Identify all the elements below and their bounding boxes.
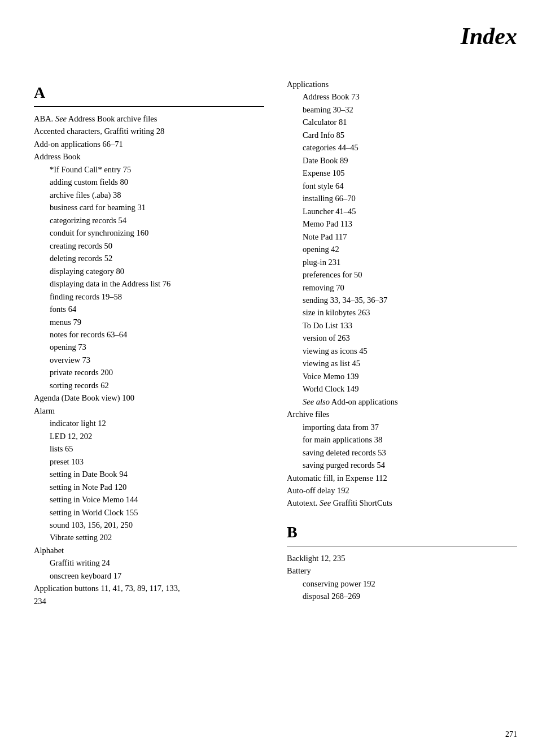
page-number: 271 [505, 730, 517, 739]
columns-wrapper: A ABA. See Address Book archive files Ac… [34, 78, 517, 607]
list-item: Archive files importing data from 37 for… [287, 408, 517, 471]
list-item: Autotext. See Graffiti ShortCuts [287, 497, 517, 509]
section-letter-a: A [34, 84, 264, 102]
sub-entries: indicator light 12 LED 12, 202 lists 65 … [34, 417, 264, 544]
list-item: ABA. See Address Book archive files [34, 112, 264, 125]
list-item: Application buttons 11, 41, 73, 89, 117,… [34, 582, 264, 607]
list-item: Agenda (Date Book view) 100 [34, 392, 264, 404]
list-item: Applications Address Book 73 beaming 30–… [287, 78, 517, 408]
divider-b [287, 546, 517, 546]
page-container: Index A ABA. See Address Book archive fi… [0, 0, 551, 756]
list-item: Add-on applications 66–71 [34, 138, 264, 150]
section-letter-b: B [287, 523, 517, 541]
list-item: Auto-off delay 192 [287, 484, 517, 497]
list-item: Accented characters, Graffiti writing 28 [34, 125, 264, 137]
sub-entries: *If Found Call* entry 75 adding custom f… [34, 163, 264, 392]
list-item: Automatic fill, in Expense 112 [287, 472, 517, 484]
list-item: Backlight 12, 235 [287, 552, 517, 564]
left-column: A ABA. See Address Book archive files Ac… [34, 78, 264, 607]
list-item: Address Book *If Found Call* entry 75 ad… [34, 150, 264, 392]
right-column: Applications Address Book 73 beaming 30–… [287, 78, 517, 603]
sub-entries: Graffiti writing 24 onscreen keyboard 17 [34, 557, 264, 582]
list-item: Battery conserving power 192 disposal 26… [287, 564, 517, 602]
sub-entries: Address Book 73 beaming 30–32 Calculator… [287, 90, 517, 408]
divider-a [34, 106, 264, 107]
sub-entries: conserving power 192 disposal 268–269 [287, 577, 517, 603]
list-item: Alphabet Graffiti writing 24 onscreen ke… [34, 544, 264, 582]
sub-entries: importing data from 37 for main applicat… [287, 421, 517, 472]
page-title: Index [34, 23, 517, 50]
list-item: Alarm indicator light 12 LED 12, 202 lis… [34, 405, 264, 544]
